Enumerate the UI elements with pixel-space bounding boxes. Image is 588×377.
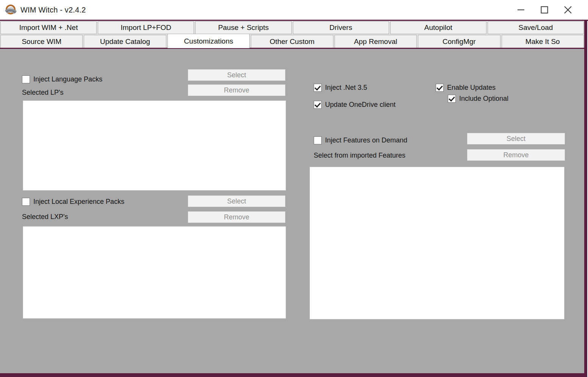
selected-lps-listbox[interactable] — [23, 100, 286, 191]
tab-pause-scripts[interactable]: Pause + Scripts — [195, 21, 291, 34]
lxp-select-button[interactable]: Select — [188, 196, 285, 207]
window-controls — [509, 0, 580, 20]
inject-lxp-label: Inject Local Experience Packs — [33, 198, 124, 206]
imported-features-listbox[interactable] — [310, 167, 565, 319]
close-icon — [563, 5, 572, 14]
maximize-icon — [540, 6, 549, 14]
inject-dotnet35-checkbox[interactable] — [314, 84, 322, 92]
tab-customizations[interactable]: Customizations — [167, 34, 250, 48]
maximize-button[interactable] — [533, 0, 556, 20]
app-logo-icon — [5, 4, 17, 16]
tab-import-wim-net[interactable]: Import WIM + .Net — [0, 21, 97, 34]
tab-autopilot[interactable]: Autopilot — [390, 21, 486, 34]
update-onedrive-option[interactable]: Update OneDrive client — [314, 101, 396, 109]
tab-drivers[interactable]: Drivers — [293, 21, 389, 34]
tab-app-removal[interactable]: App Removal — [335, 35, 417, 48]
tab-row-2: Source WIM Update Catalog Customizations… — [0, 34, 584, 48]
inject-dotnet35-option[interactable]: Inject .Net 3.5 — [314, 84, 367, 92]
lxp-remove-button[interactable]: Remove — [188, 211, 285, 223]
tab-source-wim[interactable]: Source WIM — [0, 35, 83, 48]
minimize-button[interactable] — [509, 0, 533, 20]
inject-language-packs-label: Inject Language Packs — [33, 75, 102, 83]
enable-updates-option[interactable]: Enable Updates — [436, 84, 496, 92]
inject-language-packs-option[interactable]: Inject Language Packs — [22, 75, 102, 83]
tab-row-1: Import WIM + .Net Import LP+FOD Pause + … — [0, 21, 584, 34]
include-optional-checkbox[interactable] — [448, 95, 456, 103]
inject-fod-option[interactable]: Inject Features on Demand — [314, 136, 407, 144]
close-button[interactable] — [556, 0, 580, 20]
window-bottom-border — [0, 373, 587, 377]
fod-remove-button[interactable]: Remove — [467, 149, 565, 161]
include-optional-option[interactable]: Include Optional — [448, 95, 508, 103]
selected-lps-label: Selected LP's — [22, 89, 64, 97]
tab-other-custom[interactable]: Other Custom — [251, 35, 333, 48]
language-packs-remove-button[interactable]: Remove — [188, 84, 285, 96]
app-window: WIM Witch - v2.4.2 Import WIM + .Net Imp… — [0, 0, 588, 377]
include-optional-label: Include Optional — [459, 95, 508, 103]
tab-configmgr[interactable]: ConfigMgr — [418, 35, 500, 48]
enable-updates-checkbox[interactable] — [436, 84, 444, 92]
select-imported-features-label: Select from imported Features — [314, 152, 405, 160]
selected-lxps-label: Selected LXP's — [22, 213, 68, 221]
selected-lxps-listbox[interactable] — [23, 226, 286, 319]
window-right-border — [584, 21, 587, 377]
inject-fod-checkbox[interactable] — [314, 136, 322, 144]
inject-language-packs-checkbox[interactable] — [22, 75, 30, 83]
inject-fod-label: Inject Features on Demand — [325, 136, 407, 144]
update-onedrive-checkbox[interactable] — [314, 101, 322, 109]
fod-select-button[interactable]: Select — [467, 133, 565, 144]
inject-lxp-checkbox[interactable] — [22, 198, 30, 206]
language-packs-select-button[interactable]: Select — [188, 69, 285, 81]
enable-updates-label: Enable Updates — [447, 84, 496, 92]
tab-update-catalog[interactable]: Update Catalog — [84, 35, 166, 48]
window-title: WIM Witch - v2.4.2 — [20, 6, 86, 14]
update-onedrive-label: Update OneDrive client — [325, 101, 396, 109]
tab-make-it-so[interactable]: Make It So — [502, 35, 584, 48]
minimize-icon — [517, 6, 525, 14]
inject-lxp-option[interactable]: Inject Local Experience Packs — [22, 198, 124, 206]
tab-save-load[interactable]: Save/Load — [488, 21, 584, 34]
tab-import-lp-fod[interactable]: Import LP+FOD — [98, 21, 194, 34]
tab-strip: Import WIM + .Net Import LP+FOD Pause + … — [0, 21, 584, 48]
inject-dotnet35-label: Inject .Net 3.5 — [325, 84, 367, 92]
titlebar: WIM Witch - v2.4.2 — [0, 0, 588, 20]
